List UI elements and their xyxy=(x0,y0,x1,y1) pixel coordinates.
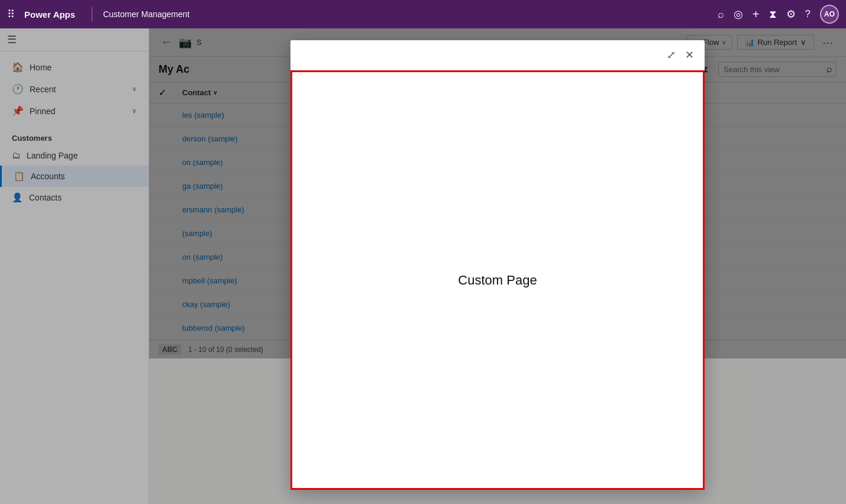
sidebar: ☰ 🏠 Home 🕐 Recent ∨ 📌 Pinned ∨ Customers… xyxy=(0,28,149,504)
avatar[interactable]: AO xyxy=(820,5,839,24)
sidebar-item-pinned[interactable]: 📌 Pinned ∨ xyxy=(0,100,148,122)
pinned-icon: 📌 xyxy=(12,105,24,117)
target-icon[interactable]: ◎ xyxy=(734,8,743,21)
waffle-icon[interactable]: ⠿ xyxy=(7,8,15,21)
home-icon: 🏠 xyxy=(12,62,24,73)
top-nav-icons: ⌕ ◎ + ⧗ ⚙ ? AO xyxy=(718,5,839,24)
nav-divider xyxy=(92,7,92,21)
add-icon[interactable]: + xyxy=(753,8,760,21)
hamburger-icon[interactable]: ☰ xyxy=(7,33,17,46)
filter-icon[interactable]: ⧗ xyxy=(769,8,777,21)
sidebar-item-recent[interactable]: 🕐 Recent ∨ xyxy=(0,78,148,100)
pinned-chevron: ∨ xyxy=(132,107,137,115)
top-navigation: ⠿ Power Apps Customer Management ⌕ ◎ + ⧗… xyxy=(0,0,846,28)
sidebar-item-landing-page-label: Landing Page xyxy=(27,151,78,160)
settings-icon[interactable]: ⚙ xyxy=(786,8,796,21)
search-icon[interactable]: ⌕ xyxy=(718,8,724,21)
modal-body: Custom Page xyxy=(290,70,705,490)
sidebar-top: ☰ xyxy=(0,28,148,51)
recent-icon: 🕐 xyxy=(12,83,24,95)
contacts-icon: 👤 xyxy=(12,192,23,203)
modal-expand-button[interactable]: ⤢ xyxy=(664,46,678,64)
modal-overlay[interactable]: ⤢ ✕ Custom Page xyxy=(149,28,846,504)
recent-chevron: ∨ xyxy=(132,85,137,93)
sidebar-item-recent-label: Recent xyxy=(30,85,56,94)
sidebar-item-contacts[interactable]: 👤 Contacts xyxy=(0,187,148,208)
sidebar-item-home[interactable]: 🏠 Home xyxy=(0,56,148,78)
sidebar-item-accounts-label: Accounts xyxy=(31,172,65,181)
customers-section-label: Customers xyxy=(0,127,148,145)
sidebar-item-contacts-label: Contacts xyxy=(29,193,62,202)
app-name: Power Apps xyxy=(24,9,75,20)
sidebar-item-accounts[interactable]: 📋 Accounts xyxy=(0,166,148,187)
accounts-icon: 📋 xyxy=(14,171,25,182)
modal-dialog: ⤢ ✕ Custom Page xyxy=(290,40,705,490)
main-layout: ☰ 🏠 Home 🕐 Recent ∨ 📌 Pinned ∨ Customers… xyxy=(0,28,846,504)
landing-page-icon: 🗂 xyxy=(12,150,21,160)
modal-toolbar: ⤢ ✕ xyxy=(290,40,705,70)
content-area: ← 📷 S ↔ Flow ∨ 📊 Run Report ∨ ⋯ My Ac xyxy=(149,28,846,504)
sidebar-item-pinned-label: Pinned xyxy=(30,106,56,116)
sidebar-nav-items: 🏠 Home 🕐 Recent ∨ 📌 Pinned ∨ xyxy=(0,51,148,127)
custom-page-text: Custom Page xyxy=(458,273,537,288)
app-title: Customer Management xyxy=(103,9,712,19)
sidebar-item-home-label: Home xyxy=(30,63,51,72)
modal-close-button[interactable]: ✕ xyxy=(683,46,696,64)
help-icon[interactable]: ? xyxy=(805,8,811,20)
sidebar-item-landing-page[interactable]: 🗂 Landing Page xyxy=(0,145,148,166)
